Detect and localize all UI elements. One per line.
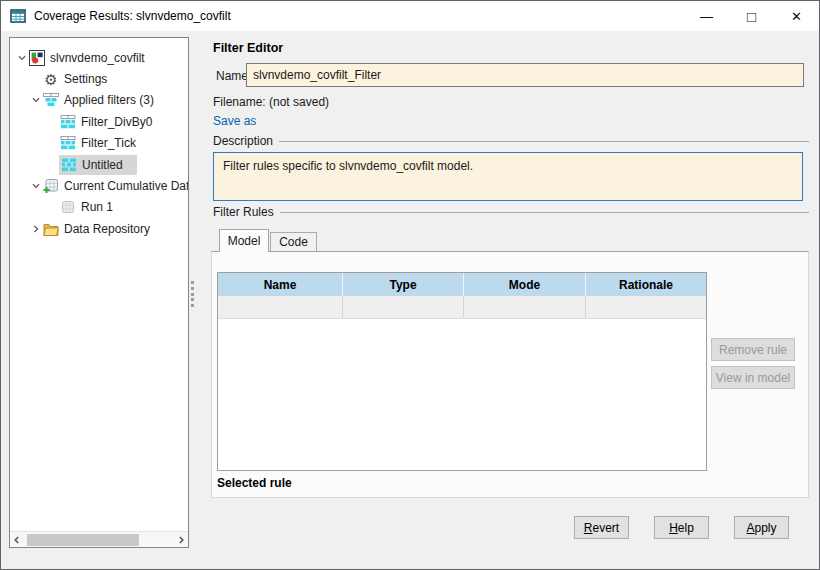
tree-item-filter-divby0[interactable]: Filter_DivBy0 [10,111,188,132]
folder-icon [42,222,60,236]
scrollbar-thumb[interactable] [27,534,139,546]
column-header-rationale: Rationale [586,273,706,296]
filter-rules-section-header: Filter Rules [213,205,809,219]
titlebar: Coverage Results: slvnvdemo_covfilt — □ … [1,1,819,31]
tree-item-slvnvdemo-covfilt[interactable]: slvnvdemo_covfilt [10,47,188,68]
column-header-mode: Mode [464,273,586,296]
tree-item-run-1[interactable]: Run 1 [10,197,188,218]
coverage-results-window: Coverage Results: slvnvdemo_covfilt — □ … [0,0,820,570]
description-field[interactable]: Filter rules specific to slvnvdemo_covfi… [213,152,803,201]
tab-model[interactable]: Model [219,229,269,252]
column-header-name: Name [218,273,343,296]
coverage-app-icon [10,8,26,24]
run-icon [59,199,77,215]
tree-item-untitled[interactable]: Untitled [10,154,188,175]
tree-item-label: Run 1 [81,198,117,216]
results-tree-panel: slvnvdemo_covfilt ⚙ Settings [9,37,189,548]
apply-button[interactable]: Apply [734,516,789,539]
filter-rules-table: Name Type Mode Rationale [217,272,707,471]
applied-filters-icon [42,93,60,107]
name-label: Name [216,69,248,83]
tree-item-label: Current Cumulative Data [64,177,189,195]
description-label: Description [213,134,279,148]
help-button[interactable]: Help [654,516,709,539]
table-body-empty [218,319,706,470]
selected-tree-item-highlight: Untitled [59,155,137,175]
tree-item-applied-filters[interactable]: Applied filters (3) [10,90,188,111]
tab-code[interactable]: Code [270,232,317,251]
view-in-model-button[interactable]: View in model [711,366,795,389]
scroll-right-arrow-icon[interactable] [174,532,188,548]
table-filter-row [218,296,706,319]
scroll-left-arrow-icon[interactable] [10,532,24,548]
save-as-link[interactable]: Save as [213,114,256,128]
filter-editor-title: Filter Editor [213,41,283,55]
tree-item-filter-tick[interactable]: Filter_Tick [10,133,188,154]
description-section-header: Description [213,134,809,148]
chevron-down-icon[interactable] [15,53,28,63]
revert-button[interactable]: Revert [574,516,629,539]
filter-icon [59,136,77,150]
gear-icon: ⚙ [42,72,60,87]
cumulative-data-icon [42,178,60,194]
table-header-row: Name Type Mode Rationale [218,273,706,296]
tree-item-current-cumulative-data[interactable]: Current Cumulative Data [10,175,188,196]
model-icon [28,50,46,66]
window-title: Coverage Results: slvnvdemo_covfilt [34,9,231,23]
selected-rule-label: Selected rule [217,476,292,490]
chevron-right-icon[interactable] [29,224,42,234]
tree-item-label: Filter_Tick [81,134,140,152]
chevron-down-icon[interactable] [29,95,42,105]
filter-name-input[interactable] [246,63,804,87]
panel-splitter-grip[interactable] [191,281,195,307]
chevron-down-icon[interactable] [29,181,42,191]
maximize-button[interactable]: □ [729,1,774,31]
section-divider [279,141,809,142]
filename-status: Filename: (not saved) [213,95,329,109]
close-button[interactable]: ✕ [774,1,819,31]
tree-item-label: Applied filters (3) [64,91,158,109]
tree-item-label: Untitled [82,156,127,174]
column-header-type: Type [343,273,464,296]
new-filter-icon [60,158,78,172]
filter-rules-label: Filter Rules [213,205,280,219]
tree-item-settings[interactable]: ⚙ Settings [10,68,188,89]
tree-item-label: Settings [64,70,111,88]
tree-item-label: Filter_DivBy0 [81,113,156,131]
tree-item-data-repository[interactable]: Data Repository [10,218,188,239]
tree-item-label: Data Repository [64,220,154,238]
filter-icon [59,115,77,129]
section-divider [280,212,809,213]
tree-item-label: slvnvdemo_covfilt [50,49,149,67]
remove-rule-button[interactable]: Remove rule [711,338,795,361]
tree-horizontal-scrollbar[interactable] [10,531,188,547]
minimize-button[interactable]: — [684,1,729,31]
